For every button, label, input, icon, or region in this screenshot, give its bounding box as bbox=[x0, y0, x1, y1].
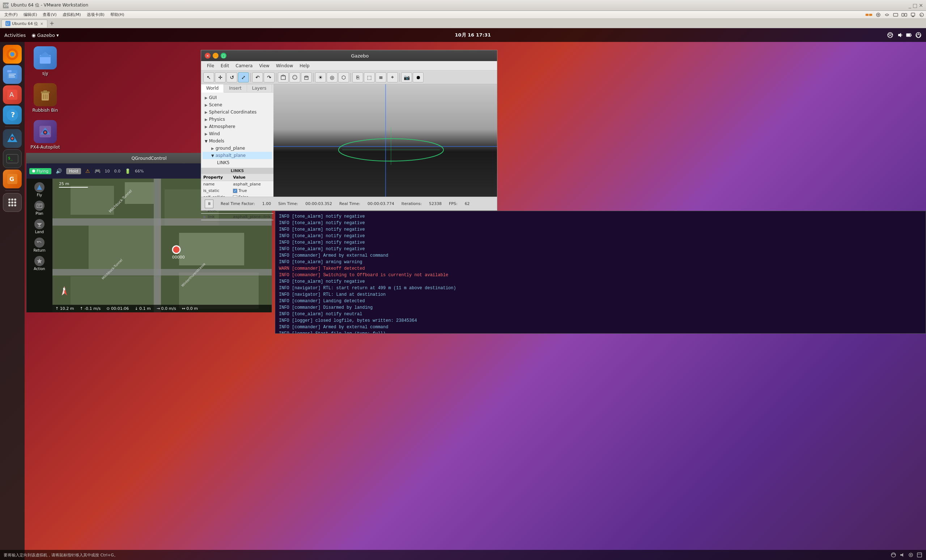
tree-atmosphere[interactable]: ▶ Atmosphere bbox=[203, 123, 272, 130]
tree-physics[interactable]: ▶ Physics bbox=[203, 116, 272, 123]
desktop-icon-rubbish[interactable]: Rubbish Bin bbox=[29, 83, 62, 113]
dock-icon-firefox[interactable] bbox=[3, 45, 22, 63]
qgc-joystick-icon[interactable]: 🎮 bbox=[94, 168, 101, 174]
tool-copy[interactable]: ⎘ bbox=[352, 72, 363, 82]
tool-sphere[interactable] bbox=[289, 72, 300, 82]
tool-align[interactable]: ≡ bbox=[375, 72, 386, 82]
win-minimize-btn[interactable]: _ bbox=[909, 3, 911, 8]
tool-sun[interactable]: ☀ bbox=[315, 72, 326, 82]
qgc-speaker-icon[interactable]: 🔊 bbox=[56, 168, 62, 174]
tool-rotate[interactable]: ↺ bbox=[227, 72, 237, 82]
toolbar-icon-3[interactable] bbox=[884, 12, 890, 17]
tool-cylinder[interactable] bbox=[301, 72, 312, 82]
new-tab-btn[interactable]: + bbox=[50, 20, 54, 27]
menu-help[interactable]: 帮助(H) bbox=[107, 12, 127, 17]
toolbar-icon-2[interactable] bbox=[875, 12, 881, 17]
vm-settings-icon[interactable] bbox=[908, 552, 914, 558]
gazebo-menu-view[interactable]: View bbox=[256, 63, 272, 69]
gazebo-menu-help[interactable]: Help bbox=[297, 63, 312, 69]
tool-record[interactable]: ⏺ bbox=[413, 72, 424, 82]
dock-icon-px4[interactable] bbox=[3, 129, 22, 148]
gazebo-max-btn[interactable]: □ bbox=[221, 53, 227, 59]
vm-tab-close[interactable]: × bbox=[40, 22, 43, 26]
tool-spot-light[interactable]: ⬡ bbox=[338, 72, 349, 82]
qgc-plan-btn[interactable]: Plan bbox=[28, 199, 51, 217]
activities-btn[interactable]: Activities bbox=[5, 33, 26, 38]
tree-wind[interactable]: ▶ Wind bbox=[203, 130, 272, 137]
dock-icon-grid[interactable] bbox=[3, 193, 22, 212]
menu-view[interactable]: 查看(V) bbox=[40, 12, 59, 17]
static-checkbox[interactable]: ✓ bbox=[233, 189, 237, 193]
menu-file[interactable]: 文件(F) bbox=[2, 12, 21, 17]
tool-redo[interactable]: ↷ bbox=[264, 72, 275, 82]
tab-world[interactable]: World bbox=[201, 84, 224, 92]
gazebo-menu-window[interactable]: Window bbox=[273, 63, 296, 69]
dock-icon-terminal[interactable]: $_ bbox=[3, 149, 22, 168]
gazebo-menu-camera[interactable]: Camera bbox=[233, 63, 256, 69]
tool-box[interactable] bbox=[278, 72, 289, 82]
gazebo-viewport[interactable] bbox=[274, 84, 497, 197]
tool-snap[interactable]: ⌖ bbox=[387, 72, 398, 82]
gazebo-props-panel: World Insert Layers ▶ GUI ▶ Scene bbox=[201, 84, 274, 210]
tree-ground-plane[interactable]: ▶ ground_plane bbox=[203, 145, 272, 152]
gazebo-indicator[interactable]: ◉ Gazebo ▾ bbox=[32, 33, 59, 38]
tree-gui[interactable]: ▶ GUI bbox=[203, 94, 272, 101]
pause-btn[interactable]: ⏸ bbox=[205, 199, 213, 208]
qgc-battery-pct: 66% bbox=[135, 169, 144, 174]
tree-link5[interactable]: LINK5 bbox=[203, 159, 272, 166]
prop-static-value[interactable]: ✓ True bbox=[231, 188, 274, 194]
desktop-icon-home[interactable]: sjy bbox=[29, 46, 62, 76]
vm-tab[interactable]: U Ubuntu 64 位 × bbox=[2, 20, 47, 27]
toolbar-icon-5[interactable] bbox=[902, 12, 907, 17]
power-icon[interactable] bbox=[915, 32, 921, 38]
gazebo-close-btn[interactable]: ✕ bbox=[205, 53, 210, 59]
tab-insert[interactable]: Insert bbox=[224, 84, 247, 92]
menu-tabs[interactable]: 选项卡(B) bbox=[84, 12, 107, 17]
prop-link-label[interactable]: ▶ link bbox=[201, 214, 231, 220]
sound-icon[interactable] bbox=[896, 32, 903, 38]
tree-spherical[interactable]: ▶ Spherical Coordinates bbox=[203, 109, 272, 116]
network-icon[interactable] bbox=[887, 32, 893, 38]
desktop-icon-px4[interactable]: PX4-Autopilot bbox=[29, 120, 62, 149]
prop-name-value[interactable]: asphalt_plane bbox=[231, 181, 274, 188]
toolbar-icon-4[interactable] bbox=[893, 12, 899, 17]
gazebo-menu-file[interactable]: File bbox=[204, 63, 217, 69]
battery-icon[interactable] bbox=[906, 32, 912, 38]
win-maximize-btn[interactable]: □ bbox=[912, 3, 917, 8]
toolbar-icon-1[interactable] bbox=[865, 12, 873, 17]
win-close-btn[interactable]: ✕ bbox=[919, 3, 923, 8]
term-line-2: INFO [tone_alarm] notify negative bbox=[279, 220, 922, 226]
dock-icon-files[interactable] bbox=[3, 65, 22, 84]
svg-rect-26 bbox=[9, 77, 15, 77]
dock-icon-gazebo[interactable]: G bbox=[3, 169, 22, 188]
vm-expand-icon[interactable] bbox=[917, 552, 922, 558]
menu-edit[interactable]: 编辑(E) bbox=[21, 12, 40, 17]
dock-icon-help[interactable]: ? bbox=[3, 106, 22, 124]
menu-vm[interactable]: 虚拟机(M) bbox=[60, 12, 84, 17]
toolbar-icon-7[interactable]: ▸ bbox=[919, 12, 924, 17]
toolbar-icon-6[interactable] bbox=[910, 12, 916, 17]
telemetry-vspeed: ↑ -0.1 m/s bbox=[80, 306, 101, 311]
vm-network-icon[interactable] bbox=[891, 552, 896, 558]
gazebo-menu-edit[interactable]: Edit bbox=[218, 63, 232, 69]
qgc-land-btn[interactable]: Land bbox=[28, 217, 51, 235]
qgc-action-btn[interactable]: Action bbox=[28, 255, 51, 272]
tool-scale[interactable]: ⤢ bbox=[238, 72, 249, 82]
tool-screenshot[interactable]: 📷 bbox=[401, 72, 412, 82]
tree-models[interactable]: ▼ Models bbox=[203, 137, 272, 145]
tab-layers[interactable]: Layers bbox=[247, 84, 272, 92]
tool-paste[interactable]: ⬚ bbox=[364, 72, 375, 82]
tool-point-light[interactable]: ◎ bbox=[327, 72, 337, 82]
qgc-fly-btn[interactable]: Fly bbox=[28, 181, 51, 198]
vm-sound-icon[interactable] bbox=[899, 552, 905, 558]
qgc-hold-badge[interactable]: Hold bbox=[66, 168, 81, 174]
tree-asphalt-plane[interactable]: ▼ asphalt_plane bbox=[203, 152, 272, 159]
qgc-return-btn[interactable]: Return bbox=[28, 236, 51, 254]
dock-icon-software[interactable]: A bbox=[3, 85, 22, 104]
gazebo-min-btn[interactable]: _ bbox=[213, 53, 218, 59]
tool-select[interactable]: ↖ bbox=[203, 72, 214, 82]
tool-move[interactable]: ✛ bbox=[215, 72, 226, 82]
tool-undo[interactable]: ↶ bbox=[252, 72, 263, 82]
tree-scene[interactable]: ▶ Scene bbox=[203, 101, 272, 109]
qgc-flying-badge[interactable]: Flying bbox=[29, 168, 51, 174]
